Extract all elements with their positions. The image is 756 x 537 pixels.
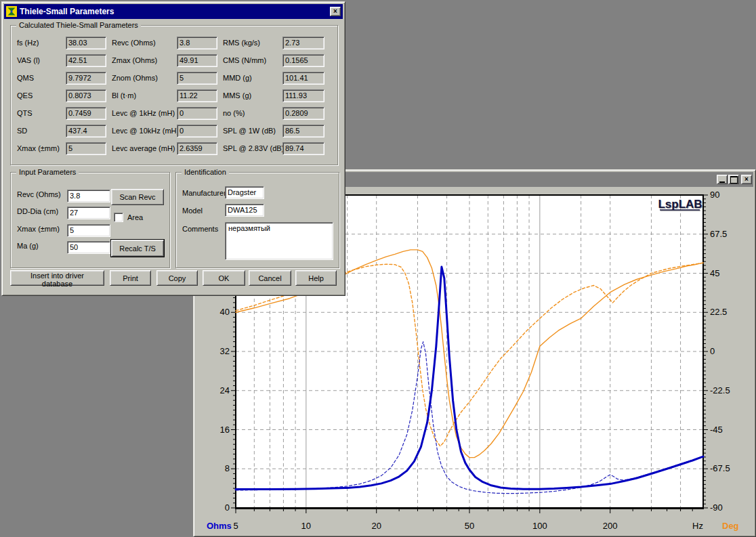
calc-field-0-2[interactable]: 9.7972	[66, 72, 106, 85]
cancel-button[interactable]: Cancel	[249, 270, 291, 286]
calculated-parameters-group: Calculated Thiele-Small Parameters fs (H…	[10, 25, 338, 165]
svg-text:-67.5: -67.5	[710, 463, 730, 473]
calc-field-0-1[interactable]: 42.51	[66, 54, 106, 67]
calc-field-2-6[interactable]: 89.74	[282, 142, 324, 155]
scan-revc-button[interactable]: Scan Revc	[111, 189, 164, 205]
calc-label-1-6: Levc average (mH)	[112, 144, 177, 153]
svg-text:LspLAB: LspLAB	[658, 198, 702, 211]
input-group-legend: Input Parameters	[16, 168, 79, 177]
calc-field-1-2[interactable]: 5	[177, 72, 217, 85]
svg-text:16: 16	[220, 425, 230, 435]
identification-group-legend: Identification	[182, 168, 229, 177]
calc-label-2-5: SPL @ 1W (dB)	[223, 127, 282, 135]
calculated-parameters-grid: fs (Hz)38.03VAS (l)42.51QMS9.7972QES0.80…	[17, 34, 324, 157]
svg-text:-22.5: -22.5	[710, 385, 730, 395]
minimize-icon	[719, 181, 725, 183]
dialog-titlebar[interactable]: Thiele-Small Parameters ×	[4, 4, 343, 19]
calc-field-0-4[interactable]: 0.7459	[66, 107, 106, 120]
svg-text:100: 100	[532, 521, 547, 531]
recalc-ts-button[interactable]: Recalc T/S	[111, 240, 164, 257]
calc-field-1-5[interactable]: 0	[177, 125, 217, 137]
input-field-2[interactable]	[67, 224, 110, 237]
calc-field-2-4[interactable]: 0.2809	[282, 107, 324, 120]
manufacturer-label: Manufacturer	[182, 189, 226, 198]
calc-field-2-5[interactable]: 86.5	[282, 125, 324, 137]
close-window-button[interactable]: ×	[741, 175, 752, 184]
calc-label-2-2: MMD (g)	[223, 74, 282, 83]
input-field-0[interactable]	[67, 190, 110, 202]
svg-text:40: 40	[220, 307, 230, 317]
calc-label-2-1: CMS (N/mm)	[223, 56, 282, 65]
copy-button[interactable]: Copy	[156, 270, 198, 286]
print-button[interactable]: Print	[110, 270, 151, 286]
calc-field-2-1[interactable]: 0.1565	[282, 54, 324, 67]
comments-label: Comments	[182, 225, 218, 234]
svg-text:200: 200	[603, 521, 618, 531]
calc-field-2-2[interactable]: 101.41	[282, 72, 324, 85]
calc-label-2-0: RMS (kg/s)	[223, 39, 282, 47]
dialog-button-row: Insert into driver database Print Copy O…	[2, 270, 345, 286]
close-icon: ×	[333, 8, 337, 15]
maximize-button[interactable]	[728, 175, 739, 184]
calc-label-0-6: Xmax (±mm)	[17, 144, 66, 153]
svg-text:0: 0	[710, 346, 715, 356]
svg-text:10: 10	[301, 521, 311, 531]
area-checkbox-label: Area	[127, 213, 143, 222]
calc-field-0-3[interactable]: 0.8073	[66, 89, 106, 102]
thiele-small-dialog: Thiele-Small Parameters × Calculated Thi…	[1, 1, 345, 296]
svg-text:67.5: 67.5	[710, 229, 727, 239]
app-icon	[6, 6, 17, 17]
svg-text:8: 8	[225, 463, 230, 473]
ohms-axis-label: Ohms	[207, 521, 232, 531]
insert-into-driver-database-button[interactable]: Insert into driver database	[10, 270, 104, 286]
input-row-2: Xmax (±mm)	[17, 224, 67, 238]
svg-text:45: 45	[710, 268, 719, 278]
calc-field-2-3[interactable]: 111.93	[282, 89, 324, 102]
area-checkbox[interactable]	[114, 213, 123, 222]
svg-text:50: 50	[465, 521, 474, 531]
lsplab-logo: LspLABLspLAB	[658, 198, 702, 211]
svg-text:32: 32	[220, 346, 230, 356]
input-row-1: DD-Dia (cm)	[17, 207, 67, 220]
calc-field-1-4[interactable]: 0	[177, 107, 217, 120]
ok-button[interactable]: OK	[203, 270, 245, 286]
calc-label-1-0: Revc (Ohms)	[112, 39, 177, 47]
input-field-3[interactable]	[67, 241, 110, 254]
calc-field-1-6[interactable]: 2.6359	[177, 142, 217, 155]
area-checkbox-row: Area	[114, 213, 143, 222]
calc-label-0-3: QES	[17, 91, 66, 100]
svg-text:24: 24	[220, 385, 230, 395]
hz-axis-label: Hz	[692, 521, 703, 531]
calc-field-1-1[interactable]: 49.91	[177, 54, 217, 67]
dialog-title: Thiele-Small Parameters	[20, 7, 329, 16]
input-field-1[interactable]	[67, 207, 110, 219]
help-button[interactable]: Help	[295, 270, 337, 286]
calc-label-0-5: SD	[17, 127, 66, 135]
calc-field-2-0[interactable]: 2.73	[282, 37, 324, 49]
calc-label-0-0: fs (Hz)	[17, 39, 66, 47]
input-label-2: Xmax (±mm)	[17, 225, 67, 234]
input-label-3: Ma (g)	[17, 242, 67, 251]
calc-label-2-4: no (%)	[223, 109, 282, 118]
svg-text:90: 90	[710, 190, 719, 200]
calc-label-0-4: QTS	[17, 109, 66, 118]
calc-label-1-1: Zmax (Ohms)	[112, 56, 177, 65]
calc-field-1-0[interactable]: 3.8	[177, 37, 217, 49]
minimize-button[interactable]	[717, 175, 728, 184]
identification-group: Identification Manufacturer Model Commen…	[175, 172, 339, 268]
calc-label-1-3: Bl (t·m)	[112, 91, 177, 100]
svg-text:-45: -45	[710, 425, 723, 435]
input-row-3: Ma (g)	[17, 241, 67, 255]
calc-label-2-6: SPL @ 2.83V (dB)	[223, 144, 282, 153]
calc-field-1-3[interactable]: 11.22	[177, 89, 217, 102]
close-dialog-button[interactable]: ×	[330, 7, 341, 16]
calc-field-0-0[interactable]: 38.03	[66, 37, 106, 49]
calc-field-0-6[interactable]: 5	[66, 142, 106, 155]
svg-text:0: 0	[225, 502, 230, 513]
comments-field[interactable]: неразмятый	[225, 222, 333, 260]
manufacturer-field[interactable]	[225, 186, 264, 199]
model-field[interactable]	[225, 204, 264, 217]
calculated-group-legend: Calculated Thiele-Small Parameters	[16, 21, 141, 30]
calc-field-0-5[interactable]: 437.4	[66, 125, 106, 137]
desktop: × 0816243240485664-90-67.5-45-22.5022.54…	[0, 0, 756, 537]
